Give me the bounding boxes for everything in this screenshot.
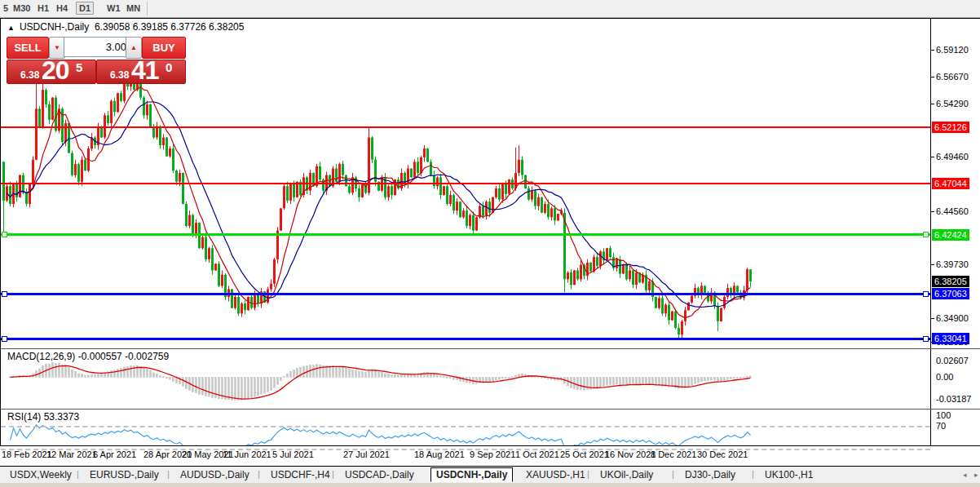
time-axis-separator [0, 445, 980, 446]
sell-price-base: 6.38 [20, 69, 39, 81]
price-axis[interactable]: 6.591206.566706.542906.494606.445606.397… [930, 19, 980, 464]
horizontal-line-6.37063[interactable] [1, 293, 930, 295]
tab-scroll-left-icon[interactable]: ◂ [963, 472, 967, 479]
volume-input[interactable] [64, 37, 132, 57]
date-label: 30 Dec 2021 [697, 449, 748, 459]
tab-separator: | [587, 469, 589, 479]
date-label: 16 Nov 2021 [605, 449, 656, 459]
price-tick-label: 6.44560 [936, 206, 969, 216]
horizontal-line-6.42424[interactable] [1, 233, 930, 236]
price-tick-mark [931, 157, 934, 157]
sell-price-panel[interactable]: 6.38 20 5 [7, 60, 96, 84]
price-tick-label: 6.34900 [936, 313, 969, 323]
line-price-badge: 6.42424 [932, 229, 969, 241]
chart-tab-bar: USDX,Weekly|EURUSD-,Daily|AUDUSD-,Daily|… [0, 466, 980, 483]
date-label: 9 Sep 2021 [470, 449, 515, 459]
sell-price-point: 5 [76, 60, 82, 74]
current-price-badge: 6.38205 [932, 276, 969, 287]
date-label: 8 Dec 2021 [651, 449, 696, 459]
line-handle[interactable] [2, 291, 7, 297]
chart-tab-audusd-daily[interactable]: AUDUSD-,Daily [175, 468, 254, 481]
chart-tab-usdcad-daily[interactable]: USDCAD-,Daily [340, 468, 419, 481]
chart-tab-usdchf-h4[interactable]: USDCHF-,H4 [266, 468, 335, 481]
price-tick-label: 6.49460 [936, 152, 969, 162]
tab-separator: | [332, 469, 334, 479]
timeframe-button-m30[interactable]: M30 [11, 2, 33, 14]
line-price-badge: 6.47044 [932, 178, 969, 189]
rsi-panel-separator[interactable] [1, 409, 980, 410]
trading-platform-window: 5M30H1H4D1W1MN ▲USDCNH-,Daily 6.39058 6.… [0, 0, 980, 487]
horizontal-line-6.33041[interactable] [1, 338, 930, 340]
chart-title: ▲USDCNH-,Daily 6.39058 6.39185 6.37726 6… [7, 21, 244, 33]
chart-tab-ukoil-daily[interactable]: UKOil-,Daily [595, 468, 658, 481]
price-tick-mark [931, 77, 934, 77]
macd-axis-label: 0.02607 [936, 356, 969, 365]
line-handle[interactable] [2, 232, 7, 237]
buy-price-panel[interactable]: 6.38 41 0 [96, 60, 186, 84]
date-label: 5 Jul 2021 [272, 449, 314, 459]
tab-separator: | [752, 469, 754, 479]
rsi-axis-label: 100 [936, 410, 951, 420]
rsi-level-dashed-line [1, 426, 930, 427]
line-handle[interactable] [923, 232, 929, 237]
tab-separator: | [258, 469, 260, 479]
chart-tab-eurusd-daily[interactable]: EURUSD-,Daily [85, 468, 164, 481]
line-handle[interactable] [923, 336, 929, 342]
price-tick-label: 6.56670 [936, 72, 969, 82]
timeframe-button-5[interactable]: 5 [1, 2, 11, 14]
chart-tab-uk100-h1[interactable]: UK100-,H1 [760, 468, 818, 481]
tab-scroll-right-icon[interactable]: ▸ [974, 472, 978, 479]
date-label: 18 Feb 2021 [2, 449, 52, 459]
rsi-level-dashed-line [1, 449, 930, 450]
price-tick-mark [931, 104, 934, 104]
tab-separator: | [167, 469, 170, 479]
timeframe-button-mn[interactable]: MN [124, 2, 143, 14]
horizontal-line-6.47044[interactable] [1, 183, 930, 184]
date-label: 25 Oct 2021 [560, 449, 609, 459]
chart-symbol-label: USDCNH-,Daily [20, 21, 89, 33]
sell-price-pips: 20 [42, 55, 69, 86]
date-label: 18 Aug 2021 [414, 449, 465, 459]
buy-price-point: 0 [166, 60, 172, 74]
price-tick-label: 6.39730 [936, 259, 969, 269]
bottom-strip [0, 483, 980, 487]
timeframe-button-h4[interactable]: H4 [54, 2, 70, 14]
line-handle[interactable] [2, 336, 7, 342]
price-tick-label: 6.59120 [936, 45, 969, 55]
chart-tab-usdcnh-daily[interactable]: USDCNH-,Daily [430, 467, 513, 482]
date-label: 12 Mar 2021 [46, 449, 97, 459]
timeframe-button-w1[interactable]: W1 [104, 2, 123, 14]
one-click-trade-panel: SELL ▼ ▲ BUY 6.38 20 5 6.38 41 0 [7, 37, 184, 100]
macd-axis-label: 0.00 [936, 372, 953, 382]
chart-tab-xauusd-h1[interactable]: XAUUSD-,H1 [521, 468, 590, 481]
chart-ohlc-values: 6.39058 6.39185 6.37726 6.38205 [95, 21, 245, 33]
line-price-badge: 6.33041 [932, 333, 969, 344]
rsi-axis-label: 70 [936, 421, 946, 431]
line-price-badge: 6.52126 [932, 122, 969, 133]
macd-panel-separator[interactable] [1, 348, 980, 349]
macd-indicator-label: MACD(12,26,9) -0.000557 -0.002759 [7, 351, 169, 362]
timeframe-button-d1[interactable]: D1 [76, 2, 94, 15]
buy-price-pips: 41 [131, 55, 159, 86]
line-price-badge: 6.37063 [932, 288, 969, 299]
chart-window: ▲USDCNH-,Daily 6.39058 6.39185 6.37726 6… [0, 18, 980, 463]
chart-tab-usdx-weekly[interactable]: USDX,Weekly [5, 468, 77, 481]
price-tick-mark [931, 50, 934, 51]
tab-separator: | [77, 469, 79, 479]
timeframe-button-h1[interactable]: H1 [35, 2, 51, 14]
price-tick-mark [931, 264, 934, 265]
price-tick-label: 6.54290 [936, 99, 969, 108]
date-label: 11 Jun 2021 [223, 449, 271, 459]
rsi-indicator-label: RSI(14) 53.3373 [7, 411, 79, 423]
price-tick-mark [931, 211, 934, 212]
date-label: 6 Apr 2021 [93, 449, 136, 459]
line-handle[interactable] [923, 291, 929, 297]
chart-tab-dj30-daily[interactable]: DJ30-,Daily [680, 468, 740, 481]
horizontal-line-6.52126[interactable] [1, 126, 930, 128]
buy-price-base: 6.38 [110, 69, 129, 81]
collapse-icon[interactable]: ▲ [7, 24, 15, 32]
macd-axis-label: -0.03187 [936, 394, 971, 404]
date-label: 1 Oct 2021 [515, 449, 559, 459]
tab-separator: | [672, 469, 674, 479]
price-tick-mark [931, 318, 934, 319]
